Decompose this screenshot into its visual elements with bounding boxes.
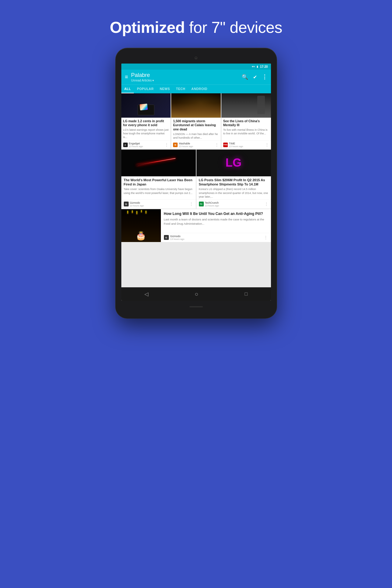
article-5-source: TechCrunch [205, 201, 219, 204]
article-6-image: 🎂 [121, 209, 161, 242]
article-6-more-btn[interactable]: ⋮ [264, 235, 268, 240]
gizmodo-logo-2: G [164, 235, 169, 240]
status-time: 17:20 [260, 65, 268, 68]
article-4-time: 13 hours ago [130, 204, 144, 207]
article-1-image [121, 93, 171, 118]
article-2-more-btn[interactable]: ⋮ [215, 142, 219, 147]
tab-tech[interactable]: TECH [173, 85, 189, 93]
top-grid: LG made 1.2 cents in profit for every ph… [121, 93, 271, 149]
tablet-bottom-bar [189, 306, 203, 307]
article-3-image [221, 93, 271, 118]
article-card-3[interactable]: See the Lives of China's Mentally Ill To… [221, 93, 271, 149]
tablet-device: ▾▾ ▮ 17:20 ≡ Palabre Unread Articles ▾ [116, 48, 277, 318]
article-card-4[interactable]: The World's Most Powerful Laser Has Been… [121, 150, 196, 209]
tab-news[interactable]: NEWS [157, 85, 173, 93]
article-5-image: LG [196, 150, 271, 176]
status-bar: ▾▾ ▮ 17:20 [121, 64, 271, 70]
article-6-desc: Last month a team of doctors and scienti… [164, 217, 268, 226]
tab-all[interactable]: ALL [121, 85, 134, 93]
mashable-logo: M [173, 143, 178, 147]
headline-bold: Optimized [110, 19, 185, 36]
back-button[interactable]: ◁ [144, 291, 148, 297]
subtitle-arrow-icon: ▾ [152, 79, 154, 82]
article-card-2[interactable]: 1,500 migrants storm Eurotunnel at Calai… [171, 93, 221, 149]
article-1-title: LG made 1.2 cents in profit for every ph… [123, 119, 169, 127]
article-4-title: The World's Most Powerful Laser Has Been… [124, 178, 193, 187]
search-icon[interactable]: 🔍 [242, 74, 248, 80]
article-2-title: 1,500 migrants storm Eurotunnel at Calai… [173, 119, 219, 132]
article-2-image [171, 93, 221, 118]
engadget-logo: e [123, 143, 128, 147]
article-6-time: 13 hours ago [170, 238, 185, 240]
mid-grid: The World's Most Powerful Laser Has Been… [121, 150, 271, 209]
app-title: Palabre [131, 72, 154, 79]
article-4-desc: Take cover: scientists from Osaka Univer… [124, 187, 193, 195]
app-bar: ≡ Palabre Unread Articles ▾ 🔍 ✔ ⋮ [121, 70, 271, 85]
content-area: LG made 1.2 cents in profit for every ph… [121, 93, 271, 287]
screen: ▾▾ ▮ 17:20 ≡ Palabre Unread Articles ▾ [121, 64, 271, 301]
article-2-time: 13 hours ago [179, 145, 193, 148]
time-logo: TIME [223, 143, 228, 147]
tab-popular[interactable]: POPULAR [134, 85, 157, 93]
article-6-source: Gizmodo [170, 235, 185, 238]
article-1-time: 13 hours ago [129, 145, 143, 148]
article-card-5[interactable]: LG LG Posts Slim $206M Profit In Q2 2015… [196, 150, 271, 209]
article-4-more-btn[interactable]: ⋮ [189, 202, 193, 206]
article-2-desc: LONDON — A man has died after he and hun… [173, 132, 219, 140]
techcrunch-logo: TC [199, 202, 204, 206]
gizmodo-logo-1: G [124, 202, 129, 206]
article-5-title: LG Posts Slim $206M Profit In Q2 2015 As… [199, 178, 269, 187]
more-icon[interactable]: ⋮ [262, 74, 267, 80]
article-5-time: 13 hours ago [205, 204, 219, 207]
headline-rest: for 7" devices [185, 19, 282, 36]
check-icon[interactable]: ✔ [253, 74, 257, 80]
article-5-more-btn[interactable]: ⋮ [264, 202, 269, 206]
tab-bar: ALL POPULAR NEWS TECH ANDROID [121, 85, 271, 93]
wifi-icon: ▾▾ [252, 65, 255, 68]
tab-android[interactable]: ANDROID [188, 85, 210, 93]
article-3-title: See the Lives of China's Mentally Ill [223, 119, 269, 127]
article-3-source: TIME [229, 142, 243, 145]
article-1-source: Engadget [129, 142, 143, 145]
article-3-desc: To live with mental illness in China is … [223, 128, 269, 135]
app-subtitle: Unread Articles ▾ [131, 79, 154, 82]
article-1-more-btn[interactable]: ⋮ [165, 142, 169, 147]
navigation-bar: ◁ ○ □ [121, 287, 271, 301]
article-1-desc: LG's latest earnings report shows just h… [123, 128, 169, 139]
home-button[interactable]: ○ [195, 291, 198, 298]
battery-icon: ▮ [257, 65, 258, 68]
page-headline: Optimized for 7" devices [110, 18, 282, 36]
tablet-camera [195, 57, 197, 59]
recent-button[interactable]: □ [245, 291, 248, 297]
article-2-source: Mashable [179, 142, 193, 145]
article-4-source: Gizmodo [130, 201, 144, 204]
article-4-image [121, 150, 196, 176]
article-3-time: 13 hours ago [229, 145, 243, 148]
article-card-1[interactable]: LG made 1.2 cents in profit for every ph… [121, 93, 171, 149]
article-5-desc: Korea's LG shipped a (then) record 14.5 … [199, 187, 269, 198]
hamburger-icon[interactable]: ≡ [125, 74, 128, 80]
article-6-title: How Long Will It Be Until You Can Get an… [164, 212, 268, 216]
article-3-more-btn[interactable]: ⋮ [265, 142, 269, 147]
article-card-6[interactable]: 🎂 How Long Will It Be Until You Can Get … [121, 209, 271, 242]
